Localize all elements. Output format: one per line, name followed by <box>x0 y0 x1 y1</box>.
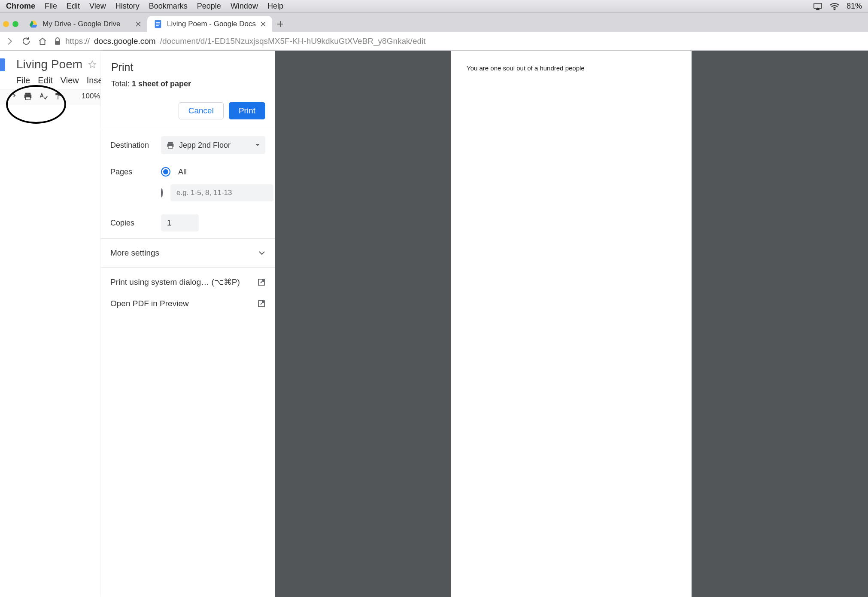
minimize-light[interactable] <box>3 21 9 27</box>
copies-input[interactable] <box>161 214 199 231</box>
printer-icon <box>166 141 175 149</box>
system-dialog-label: Print using system dialog… (⌥⌘P) <box>110 277 240 287</box>
menu-help[interactable]: Help <box>267 2 283 11</box>
pages-all-label: All <box>178 168 187 177</box>
destination-select[interactable]: Jepp 2nd Floor <box>161 136 265 154</box>
svg-rect-10 <box>55 93 60 95</box>
pages-group: Pages All <box>110 167 265 201</box>
paint-format-icon[interactable] <box>54 92 63 101</box>
tab-strip: My Drive - Google Drive Living Poem - Go… <box>0 13 868 32</box>
tab-docs[interactable]: Living Poem - Google Docs <box>147 16 272 32</box>
destination-row: Destination Jepp 2nd Floor <box>110 136 265 154</box>
print-total-value: 1 sheet of paper <box>132 79 191 88</box>
airplay-icon[interactable] <box>813 3 822 10</box>
more-settings[interactable]: More settings <box>101 238 275 267</box>
zoom-light[interactable] <box>12 21 18 27</box>
tab-docs-title: Living Poem - Google Docs <box>167 20 256 28</box>
menu-history[interactable]: History <box>115 2 140 11</box>
docs-icon <box>153 19 163 29</box>
docs-menu-insert[interactable]: Inse <box>87 76 103 85</box>
drive-icon <box>29 19 38 29</box>
docs-menu-edit[interactable]: Edit <box>38 76 52 85</box>
svg-rect-5 <box>156 25 158 26</box>
print-total: Total: 1 sheet of paper <box>111 79 264 88</box>
browser-chrome: My Drive - Google Drive Living Poem - Go… <box>0 13 868 51</box>
menubar-app[interactable]: Chrome <box>6 2 35 11</box>
more-settings-label: More settings <box>110 248 159 258</box>
destination-value: Jepp 2nd Floor <box>179 141 231 150</box>
new-tab-button[interactable] <box>272 16 288 32</box>
docs-menu-view[interactable]: View <box>61 76 79 85</box>
docs-visible-slice: Living Poem File Edit View Inse 100 <box>0 51 101 105</box>
cancel-button[interactable]: Cancel <box>179 102 224 119</box>
copies-label: Copies <box>110 219 161 228</box>
open-pdf-label: Open PDF in Preview <box>110 299 189 308</box>
menu-view[interactable]: View <box>89 2 106 11</box>
url-display[interactable]: https://docs.google.com/document/d/1-ED1… <box>54 37 426 46</box>
mac-menubar: Chrome File Edit View History Bookmarks … <box>0 0 868 13</box>
docs-menu-file[interactable]: File <box>16 76 30 85</box>
url-path: /document/d/1-ED15NzuxjsqsMX5F-KH-hU9kdk… <box>160 37 426 46</box>
pages-label: Pages <box>110 168 161 177</box>
print-button[interactable]: Print <box>229 102 265 119</box>
battery-percent: 81% <box>847 2 862 11</box>
svg-rect-7 <box>25 93 31 95</box>
copies-row: Copies <box>110 214 265 231</box>
chevron-down-icon <box>255 143 260 147</box>
destination-label: Destination <box>110 141 161 150</box>
menu-edit[interactable]: Edit <box>67 2 80 11</box>
spellcheck-icon[interactable] <box>39 92 48 101</box>
home-icon[interactable] <box>38 37 47 46</box>
system-dialog-link[interactable]: Print using system dialog… (⌥⌘P) <box>101 267 275 296</box>
address-bar: https://docs.google.com/document/d/1-ED1… <box>0 32 868 50</box>
forward-icon[interactable] <box>5 37 15 46</box>
menu-people[interactable]: People <box>197 2 221 11</box>
lock-icon <box>54 37 61 45</box>
docs-toolbar: 100% <box>0 89 101 105</box>
star-icon[interactable] <box>88 60 97 69</box>
menu-bookmarks[interactable]: Bookmarks <box>149 2 188 11</box>
wifi-icon[interactable] <box>829 3 840 10</box>
document-title[interactable]: Living Poem <box>16 58 82 71</box>
svg-point-1 <box>834 9 835 10</box>
url-proto: https:// <box>65 37 90 46</box>
reload-icon[interactable] <box>21 37 31 46</box>
print-sidebar: Print Total: 1 sheet of paper Cancel Pri… <box>101 51 275 597</box>
open-pdf-link[interactable]: Open PDF in Preview <box>101 296 275 318</box>
external-link-icon <box>258 278 265 286</box>
close-icon[interactable] <box>260 21 266 27</box>
menu-window[interactable]: Window <box>231 2 258 11</box>
svg-rect-6 <box>55 41 60 45</box>
svg-rect-13 <box>168 146 173 149</box>
tab-drive[interactable]: My Drive - Google Drive <box>23 16 147 32</box>
menu-file[interactable]: File <box>45 2 57 11</box>
print-title: Print <box>111 61 264 73</box>
redo-icon[interactable] <box>9 92 17 100</box>
preview-page: You are one soul out of a hundred people <box>451 51 692 597</box>
zoom-level[interactable]: 100% <box>82 92 100 101</box>
preview-text: You are one soul out of a hundred people <box>467 64 676 72</box>
pages-custom-radio[interactable] <box>161 188 163 198</box>
print-preview: You are one soul out of a hundred people <box>275 51 868 597</box>
print-total-prefix: Total: <box>111 79 132 88</box>
print-dialog: Print Total: 1 sheet of paper Cancel Pri… <box>101 51 868 597</box>
svg-rect-3 <box>156 22 160 22</box>
close-icon[interactable] <box>135 21 141 27</box>
svg-rect-9 <box>26 97 30 100</box>
svg-rect-4 <box>156 24 160 24</box>
url-host: docs.google.com <box>94 37 156 46</box>
docs-logo-icon[interactable] <box>0 58 5 71</box>
window-controls[interactable] <box>2 21 23 32</box>
tab-drive-title: My Drive - Google Drive <box>42 20 120 28</box>
print-icon[interactable] <box>23 92 33 101</box>
pages-all-radio[interactable] <box>161 167 170 177</box>
svg-rect-11 <box>168 142 173 144</box>
chevron-down-icon <box>258 251 265 255</box>
external-link-icon <box>258 300 265 308</box>
docs-shell: Living Poem File Edit View Inse 100 <box>0 51 868 597</box>
pages-range-input[interactable] <box>170 184 273 201</box>
